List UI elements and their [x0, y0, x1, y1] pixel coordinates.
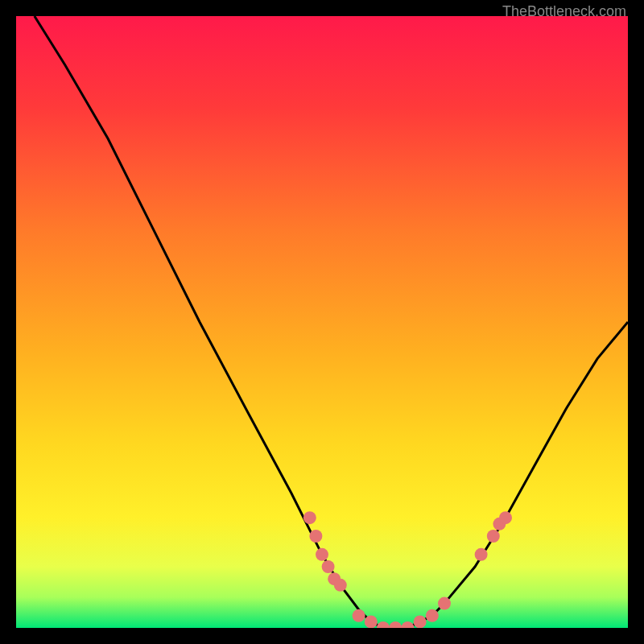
data-point: [475, 548, 488, 561]
data-point: [438, 597, 451, 610]
data-point: [426, 609, 439, 622]
data-point: [487, 530, 500, 543]
chart-svg: [16, 16, 628, 628]
data-point: [309, 530, 322, 543]
data-point: [316, 548, 328, 561]
data-point: [353, 609, 365, 622]
data-point: [365, 615, 378, 628]
plot-area: [16, 16, 628, 628]
watermark-text: TheBottleneck.com: [502, 3, 626, 20]
data-point: [414, 615, 427, 628]
data-point: [303, 511, 316, 524]
chart-container: TheBottleneck.com: [0, 0, 644, 644]
data-point: [499, 511, 512, 524]
data-point: [334, 579, 347, 592]
data-point: [322, 560, 335, 573]
